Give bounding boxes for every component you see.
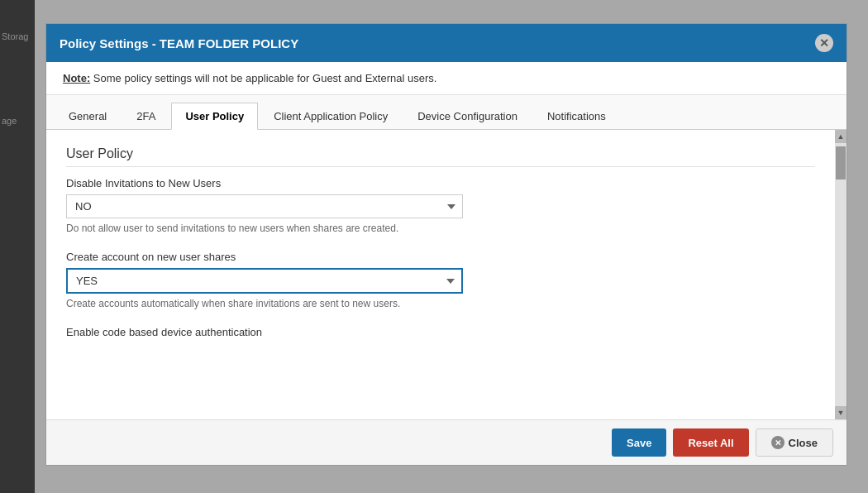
tab-general[interactable]: General [55, 103, 121, 130]
close-button-label: Close [789, 437, 818, 449]
tab-2fa[interactable]: 2FA [122, 103, 169, 130]
section-heading: User Policy [66, 146, 815, 167]
field-create-account-help: Create accounts automatically when share… [66, 298, 815, 309]
save-button[interactable]: Save [612, 428, 666, 457]
scrollbar-down-button[interactable]: ▼ [835, 406, 847, 419]
scrollbar-up-button[interactable]: ▲ [835, 130, 847, 143]
tab-device-config[interactable]: Device Configuration [403, 103, 532, 130]
close-button-icon: ✕ [771, 436, 785, 449]
modal-title: Policy Settings - TEAM FOLDER POLICY [60, 36, 298, 50]
field-create-account: Create account on new user shares NO YES… [66, 251, 815, 309]
modal-dialog: Policy Settings - TEAM FOLDER POLICY ✕ N… [45, 23, 847, 466]
content-wrapper: User Policy Disable Invitations to New U… [46, 130, 847, 419]
field-enable-code-auth-label: Enable code based device authentication [66, 326, 815, 338]
tabs-container: General 2FA User Policy Client Applicati… [46, 95, 847, 130]
note-label: Note: [63, 72, 90, 84]
modal-header: Policy Settings - TEAM FOLDER POLICY ✕ [46, 24, 847, 62]
note-text: Some policy settings will not be applica… [93, 72, 437, 84]
create-account-select[interactable]: NO YES [66, 268, 463, 294]
reset-all-button[interactable]: Reset All [673, 428, 748, 457]
close-button[interactable]: ✕ Close [756, 428, 833, 457]
modal-header-close-button[interactable]: ✕ [815, 34, 833, 52]
tab-client-app[interactable]: Client Application Policy [260, 103, 402, 130]
modal-body: Note: Some policy settings will not be a… [46, 62, 847, 419]
scrollbar-thumb[interactable] [836, 146, 846, 179]
field-enable-code-auth: Enable code based device authentication [66, 326, 815, 338]
field-create-account-label: Create account on new user shares [66, 251, 815, 263]
tab-user-policy[interactable]: User Policy [171, 103, 258, 130]
field-disable-invitations-help: Do not allow user to send invitations to… [66, 223, 815, 234]
field-disable-invitations: Disable Invitations to New Users NO YES … [66, 177, 815, 234]
content-area: User Policy Disable Invitations to New U… [46, 130, 835, 419]
tab-notifications[interactable]: Notifications [533, 103, 620, 130]
modal-footer: Save Reset All ✕ Close [46, 419, 847, 465]
disable-invitations-select[interactable]: NO YES [66, 194, 463, 218]
field-disable-invitations-label: Disable Invitations to New Users [66, 177, 815, 189]
note-bar: Note: Some policy settings will not be a… [46, 62, 847, 95]
scrollbar-track: ▲ ▼ [835, 130, 847, 419]
